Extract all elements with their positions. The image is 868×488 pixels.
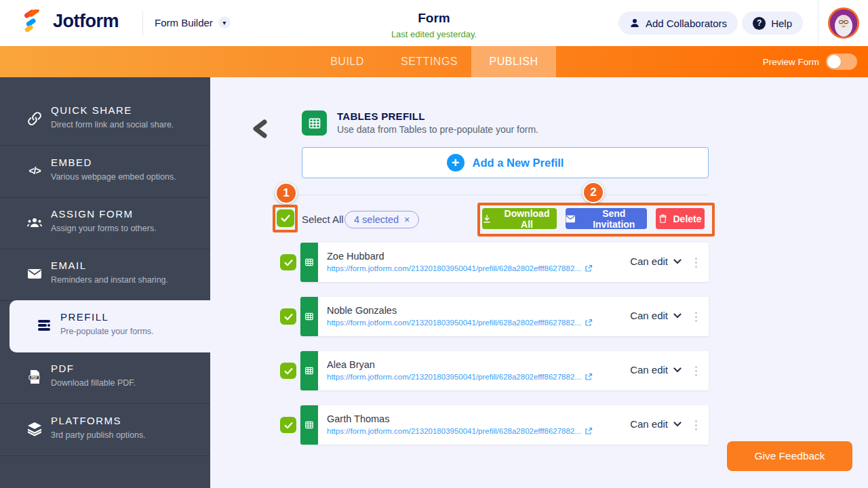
prefill-icon	[35, 317, 53, 334]
sidebar-item-desc: Assign your forms to others.	[51, 224, 210, 233]
permission-dropdown[interactable]: Can edit	[630, 310, 682, 321]
jotform-logo[interactable]: Jotform	[22, 9, 119, 33]
prefill-url-text: https://form.jotform.com/213201803950041…	[327, 264, 581, 272]
permission-dropdown[interactable]: Can edit	[630, 418, 682, 430]
prefill-url-text: https://form.jotform.com/213201803950041…	[327, 373, 581, 381]
permission-label: Can edit	[630, 310, 668, 321]
plus-icon: +	[447, 154, 465, 171]
tab-publish[interactable]: PUBLISH	[471, 46, 556, 77]
list-divider	[288, 195, 709, 195]
prefill-row: Noble Gonzales https://form.jotform.com/…	[300, 297, 709, 336]
chevron-down-icon	[673, 367, 682, 373]
prefill-row: Zoe Hubbard https://form.jotform.com/213…	[300, 243, 709, 282]
sidebar-item-quick-share[interactable]: QUICK SHARE Direct form link and social …	[0, 94, 210, 146]
nav-tabs: BUILD SETTINGS PUBLISH	[307, 46, 556, 77]
sidebar-item-embed[interactable]: </> EMBED Various webpage embed options.	[0, 146, 210, 198]
code-icon: </>	[26, 162, 43, 180]
sidebar-item-label: EMBED	[51, 157, 210, 168]
delete-button[interactable]: Delete	[656, 208, 705, 229]
add-new-prefill-button[interactable]: + Add a New Prefill	[302, 147, 709, 178]
row-menu-button[interactable]	[692, 363, 699, 379]
tab-settings[interactable]: SETTINGS	[387, 46, 471, 77]
send-invitation-label: Send Invitation	[581, 208, 647, 230]
user-avatar[interactable]	[828, 7, 859, 39]
sidebar-item-email[interactable]: EMAIL Reminders and instant sharing.	[0, 249, 210, 301]
row-checkbox[interactable]	[280, 254, 296, 270]
prefill-url-text: https://form.jotform.com/213201803950041…	[327, 319, 581, 327]
check-icon	[280, 213, 291, 224]
selected-count-text: 4 selected	[354, 214, 399, 225]
app-header: Jotform Form Builder ▾ Form Last edited …	[0, 0, 868, 46]
page-title: Form	[0, 11, 868, 26]
sidebar-item-desc: 3rd party publish options.	[51, 430, 210, 440]
clear-selection-icon[interactable]: ×	[404, 214, 410, 225]
delete-label: Delete	[673, 214, 701, 224]
permission-label: Can edit	[630, 256, 668, 267]
external-link-icon	[585, 264, 593, 272]
prefill-url-link[interactable]: https://form.jotform.com/213201803950041…	[327, 319, 593, 327]
row-checkbox[interactable]	[280, 308, 296, 325]
send-invitation-button[interactable]: Send Invitation	[566, 208, 647, 229]
external-link-icon	[585, 373, 593, 381]
section-title: TABLES PREFILL	[337, 110, 425, 122]
add-collaborators-button[interactable]: Add Collaborators	[618, 12, 738, 35]
chevron-down-icon: ▾	[218, 16, 231, 28]
selected-count-badge[interactable]: 4 selected ×	[344, 211, 419, 228]
sidebar-item-pdf[interactable]: PDF PDF Download fillable PDF.	[0, 352, 210, 404]
annotation-badge-2: 2	[583, 182, 604, 203]
external-link-icon	[585, 427, 593, 435]
builder-nav-bar: BUILD SETTINGS PUBLISH Preview Form	[0, 46, 868, 77]
product-switcher-label: Form Builder	[155, 17, 213, 28]
pdf-icon: PDF	[26, 368, 43, 386]
download-icon	[482, 214, 492, 224]
prefill-url-link[interactable]: https://form.jotform.com/213201803950041…	[327, 264, 593, 272]
download-all-button[interactable]: Download All	[482, 208, 557, 229]
people-icon	[26, 214, 43, 231]
row-menu-button[interactable]	[692, 254, 699, 270]
person-icon	[629, 18, 640, 28]
sidebar-item-prefill[interactable]: PREFILL Pre-populate your forms.	[9, 300, 210, 352]
check-icon	[283, 420, 294, 430]
sidebar-item-desc: Direct form link and social share.	[51, 120, 210, 129]
add-new-prefill-label: Add a New Prefill	[473, 157, 564, 169]
sidebar-item-desc: Download fillable PDF.	[51, 378, 210, 388]
row-checkbox[interactable]	[280, 417, 296, 433]
preview-form-control: Preview Form	[763, 46, 857, 77]
prefill-url-link[interactable]: https://form.jotform.com/213201803950041…	[327, 373, 593, 381]
check-icon	[283, 258, 294, 268]
layers-icon	[26, 420, 43, 438]
sidebar-item-label: PREFILL	[60, 311, 210, 323]
toggle-knob	[827, 55, 841, 68]
row-menu-button[interactable]	[692, 308, 699, 325]
table-row-icon	[300, 351, 318, 390]
logo-wordmark: Jotform	[53, 11, 119, 32]
prefill-name: Garth Thomas	[327, 413, 389, 424]
select-all-label: Select All	[302, 214, 344, 225]
sidebar-item-platforms[interactable]: PLATFORMS 3rd party publish options.	[0, 404, 210, 456]
permission-dropdown[interactable]: Can edit	[630, 256, 682, 267]
row-checkbox[interactable]	[280, 363, 296, 379]
product-switcher[interactable]: Form Builder ▾	[155, 16, 231, 28]
jotform-publish-page: Jotform Form Builder ▾ Form Last edited …	[0, 0, 868, 488]
permission-dropdown[interactable]: Can edit	[630, 364, 682, 375]
sidebar-item-label: ASSIGN FORM	[51, 208, 210, 220]
check-icon	[283, 366, 294, 376]
preview-form-toggle[interactable]	[826, 54, 857, 70]
annotation-badge-1: 1	[275, 182, 297, 204]
back-button[interactable]	[251, 119, 269, 138]
sidebar-item-assign-form[interactable]: ASSIGN FORM Assign your forms to others.	[0, 197, 210, 249]
mail-icon	[566, 215, 576, 223]
prefill-name: Zoe Hubbard	[327, 251, 384, 262]
prefill-url-link[interactable]: https://form.jotform.com/213201803950041…	[327, 427, 593, 435]
permission-label: Can edit	[630, 364, 668, 375]
help-button[interactable]: ? Help	[742, 12, 803, 35]
select-all-checkbox[interactable]	[277, 209, 294, 227]
preview-form-label: Preview Form	[763, 57, 819, 67]
last-edited-status: Last edited yesterday.	[0, 29, 868, 39]
row-menu-button[interactable]	[692, 417, 699, 433]
give-feedback-button[interactable]: Give Feedback	[727, 441, 852, 471]
tab-build[interactable]: BUILD	[307, 46, 387, 77]
sidebar-item-label: PDF	[51, 363, 210, 374]
sidebar-item-desc: Reminders and instant sharing.	[51, 275, 210, 285]
svg-text:PDF: PDF	[31, 376, 37, 380]
